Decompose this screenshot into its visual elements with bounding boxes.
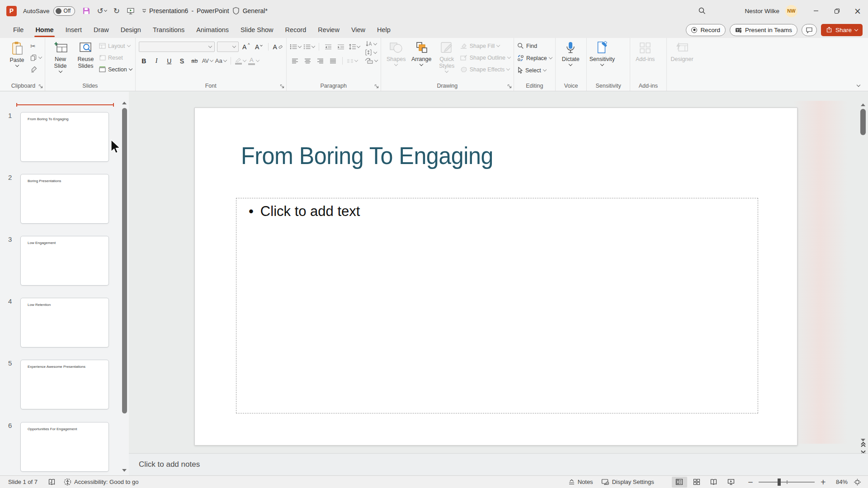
- character-spacing-button[interactable]: AV: [202, 56, 213, 66]
- notes-toggle-button[interactable]: Notes: [564, 476, 597, 488]
- format-painter-button[interactable]: [30, 65, 42, 74]
- present-in-teams-button[interactable]: Present in Teams: [730, 24, 797, 36]
- text-direction-button[interactable]: [365, 41, 377, 47]
- numbering-button[interactable]: [303, 42, 315, 52]
- autosave-toggle[interactable]: Off: [53, 6, 75, 16]
- spell-check-button[interactable]: [44, 476, 60, 488]
- content-placeholder[interactable]: • Click to add text: [236, 198, 758, 413]
- replace-button[interactable]: Replace: [517, 54, 552, 62]
- scroll-down-icon[interactable]: [122, 469, 127, 472]
- tab-transitions[interactable]: Transitions: [147, 22, 190, 38]
- tab-animations[interactable]: Animations: [190, 22, 235, 38]
- tab-home[interactable]: Home: [29, 22, 59, 38]
- slide-title-text[interactable]: From Boring To Engaging: [241, 141, 493, 169]
- arrange-button[interactable]: Arrange: [410, 38, 434, 66]
- clipboard-dialog-launcher[interactable]: [38, 84, 43, 89]
- section-button[interactable]: Section: [99, 65, 132, 74]
- user-name[interactable]: Nestor Wilke: [745, 8, 779, 14]
- slide-canvas[interactable]: From Boring To Engaging • Click to add t…: [194, 108, 797, 446]
- tab-insert[interactable]: Insert: [60, 22, 88, 38]
- slide-thumbnail-6[interactable]: Opportunities For Engagement: [20, 422, 109, 472]
- tab-design[interactable]: Design: [115, 22, 147, 38]
- scroll-up-icon[interactable]: [122, 102, 127, 104]
- scroll-up-icon[interactable]: [861, 103, 865, 106]
- save-button[interactable]: [82, 7, 90, 15]
- italic-button[interactable]: I: [151, 56, 162, 66]
- align-left-button[interactable]: [290, 56, 300, 66]
- zoom-level[interactable]: 84%: [830, 479, 848, 485]
- redo-button[interactable]: ↻: [113, 6, 120, 15]
- tab-draw[interactable]: Draw: [88, 22, 115, 38]
- tab-help[interactable]: Help: [371, 22, 396, 38]
- view-normal-button[interactable]: [672, 477, 687, 488]
- dictate-button[interactable]: Dictate: [559, 38, 583, 66]
- start-slideshow-button[interactable]: [127, 7, 135, 15]
- reuse-slides-button[interactable]: Reuse Slides: [74, 38, 98, 70]
- increase-indent-button[interactable]: [336, 42, 346, 52]
- accessibility-checker-button[interactable]: Accessibility: Good to go: [60, 476, 142, 488]
- search-button[interactable]: [698, 0, 706, 22]
- record-button[interactable]: Record: [686, 24, 726, 36]
- increase-font-size-button[interactable]: A ^: [241, 42, 251, 52]
- line-spacing-button[interactable]: [349, 42, 360, 52]
- thumbnail-scrollbar[interactable]: [122, 102, 127, 472]
- view-slide-sorter-button[interactable]: [689, 477, 704, 488]
- slide-thumbnail-1[interactable]: From Boring To Engaging: [20, 112, 109, 162]
- paste-button[interactable]: Paste: [5, 38, 29, 66]
- close-button[interactable]: ×: [847, 0, 868, 22]
- decrease-indent-button[interactable]: [323, 42, 334, 52]
- scrollbar-thumb[interactable]: [122, 108, 127, 413]
- collapse-ribbon-icon[interactable]: [857, 83, 860, 87]
- fit-slide-to-window-button[interactable]: [850, 476, 864, 488]
- zoom-out-button[interactable]: −: [746, 476, 755, 488]
- convert-to-smartart-button[interactable]: [365, 58, 377, 64]
- cut-button[interactable]: ✂: [30, 42, 42, 50]
- tab-slide-show[interactable]: Slide Show: [235, 22, 279, 38]
- view-slideshow-button[interactable]: [723, 477, 739, 488]
- decrease-font-size-button[interactable]: A: [254, 42, 264, 52]
- align-text-button[interactable]: [365, 49, 377, 56]
- powerpoint-app-icon[interactable]: P: [6, 6, 17, 16]
- tab-view[interactable]: View: [345, 22, 371, 38]
- drawing-dialog-launcher[interactable]: [507, 84, 512, 89]
- display-settings-button[interactable]: Display Settings: [597, 476, 658, 488]
- slide-thumbnail-2[interactable]: Boring Presentations: [20, 174, 109, 224]
- slide-thumbnail-4[interactable]: Low Retention: [20, 298, 109, 347]
- restore-button[interactable]: [826, 0, 847, 22]
- new-slide-button[interactable]: New Slide: [48, 38, 72, 72]
- paragraph-dialog-launcher[interactable]: [374, 84, 379, 89]
- underline-button[interactable]: U: [164, 56, 175, 66]
- align-center-button[interactable]: [302, 56, 313, 66]
- zoom-in-button[interactable]: +: [818, 476, 828, 488]
- font-size-combo[interactable]: [217, 42, 239, 52]
- sensitivity-label[interactable]: General*: [243, 7, 268, 14]
- customize-qat-button[interactable]: [142, 8, 147, 14]
- notes-pane[interactable]: Click to add notes: [129, 453, 868, 475]
- comments-button[interactable]: [802, 24, 817, 36]
- align-right-button[interactable]: [315, 56, 326, 66]
- scroll-down-icon[interactable]: [861, 439, 865, 441]
- tab-file[interactable]: File: [7, 22, 29, 38]
- zoom-slider[interactable]: [759, 482, 815, 483]
- slide-thumbnail-5[interactable]: Experience Awesome Presentations: [20, 360, 109, 409]
- tab-record[interactable]: Record: [279, 22, 312, 38]
- change-case-button[interactable]: Aa: [215, 56, 226, 66]
- scrollbar-thumb[interactable]: [860, 109, 866, 135]
- select-button[interactable]: Select: [517, 66, 552, 75]
- zoom-slider-thumb[interactable]: [778, 479, 781, 486]
- share-button[interactable]: Share: [821, 24, 863, 36]
- undo-button[interactable]: ↺: [97, 6, 107, 15]
- previous-slide-button[interactable]: [859, 442, 867, 447]
- slide-scrollbar[interactable]: [860, 103, 866, 447]
- avatar[interactable]: NW: [785, 5, 797, 17]
- justify-button[interactable]: [328, 56, 338, 66]
- copy-button[interactable]: [30, 53, 42, 62]
- sensitivity-button[interactable]: Sensitivity: [590, 38, 614, 66]
- slide-thumbnail-3[interactable]: Low Engagement: [20, 236, 109, 286]
- tab-review[interactable]: Review: [312, 22, 345, 38]
- bold-button[interactable]: B: [139, 56, 149, 66]
- bullets-button[interactable]: [290, 42, 301, 52]
- find-button[interactable]: Find: [517, 42, 552, 50]
- minimize-button[interactable]: [806, 0, 826, 22]
- text-shadow-button[interactable]: S: [177, 56, 187, 66]
